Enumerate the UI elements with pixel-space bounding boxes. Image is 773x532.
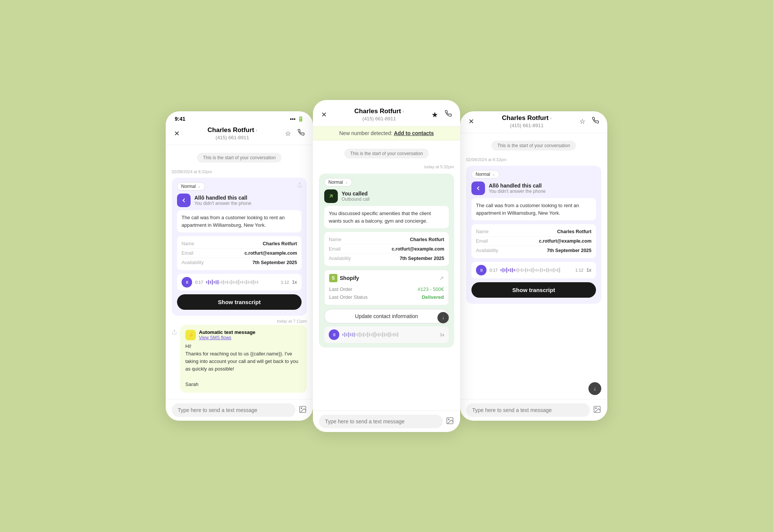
audio-current-1: 0:17 bbox=[195, 280, 203, 284]
sms-wrapper-1: today at 7:11pm ⚡ Automatic text message… bbox=[172, 319, 307, 393]
call-header-1: Allô handled this call You didn't answer… bbox=[177, 194, 302, 207]
call-button-1[interactable] bbox=[297, 128, 305, 138]
svg-rect-4 bbox=[212, 280, 213, 285]
waveform-3 bbox=[500, 266, 572, 274]
svg-rect-77 bbox=[523, 269, 524, 271]
bottom-input-2 bbox=[313, 411, 460, 432]
shopify-name: S Shopify bbox=[329, 274, 359, 282]
update-contact-button[interactable]: Update contact information bbox=[324, 309, 449, 323]
star-button-2[interactable]: ★ bbox=[431, 109, 439, 120]
call-button-2[interactable] bbox=[444, 109, 453, 120]
svg-rect-87 bbox=[542, 269, 543, 272]
info-row-avail-1: Availability 7th September 2025 bbox=[182, 258, 297, 267]
badge-chevron-2: ⌄ bbox=[345, 180, 348, 184]
svg-rect-67 bbox=[504, 269, 505, 272]
star-button-3[interactable]: ☆ bbox=[579, 117, 586, 126]
svg-rect-21 bbox=[244, 281, 245, 283]
svg-rect-61 bbox=[395, 333, 396, 336]
svg-rect-90 bbox=[548, 268, 549, 272]
sms-icon-1: ⚡ bbox=[185, 330, 196, 340]
convo-start-3: This is the start of your conversation bbox=[466, 141, 601, 151]
close-button-2[interactable]: ✕ bbox=[320, 110, 328, 120]
message-input-2[interactable] bbox=[319, 415, 443, 428]
header-center-1: Charles Rotfurt › (415) 661-8911 bbox=[180, 126, 284, 140]
svg-rect-20 bbox=[242, 281, 243, 284]
svg-rect-6 bbox=[216, 280, 217, 284]
shopify-row-order: Last Order #123 - 500€ bbox=[329, 285, 444, 293]
share-icon-1[interactable] bbox=[297, 182, 302, 189]
name-chevron-3: › bbox=[550, 116, 552, 120]
pause-button-3[interactable]: ⏸ bbox=[476, 265, 487, 275]
pause-button-1[interactable]: ⏸ bbox=[182, 277, 192, 288]
svg-rect-78 bbox=[525, 268, 526, 272]
call-header-3: Allô handled this call You didn't answer… bbox=[471, 181, 596, 195]
close-button-3[interactable]: ✕ bbox=[468, 117, 475, 126]
close-button-1[interactable]: ✕ bbox=[173, 129, 180, 138]
svg-rect-9 bbox=[221, 281, 222, 284]
scroll-down-button-3[interactable]: ↓ bbox=[588, 382, 601, 395]
svg-rect-50 bbox=[374, 332, 376, 338]
call-info-2: You called Outbound call bbox=[342, 191, 370, 202]
time-label-2: today at 5:32pm bbox=[319, 165, 454, 169]
call-summary-1: The call was from a customer looking to … bbox=[177, 210, 302, 232]
svg-rect-40 bbox=[356, 334, 357, 336]
svg-rect-5 bbox=[214, 281, 215, 283]
shopify-row-status: Last Order Status Delivered bbox=[329, 293, 444, 301]
bottom-input-3 bbox=[460, 399, 607, 421]
sms-share-icon[interactable] bbox=[172, 325, 177, 336]
contact-name-1: Charles Rotfurt › bbox=[180, 126, 284, 134]
header-1: ✕ Charles Rotfurt › (415) 661-8911 ☆ bbox=[166, 123, 313, 145]
allo-icon-1 bbox=[177, 194, 191, 207]
star-button-1[interactable]: ☆ bbox=[284, 129, 292, 138]
wifi-icon: ▪▪▪ bbox=[290, 116, 296, 122]
svg-rect-27 bbox=[255, 281, 256, 283]
image-button-3[interactable] bbox=[593, 405, 601, 415]
status-bar-1: 9:41 ▪▪▪ 🔋 bbox=[166, 111, 313, 123]
image-button-1[interactable] bbox=[299, 405, 307, 415]
call-button-3[interactable] bbox=[591, 116, 600, 126]
svg-rect-1 bbox=[206, 281, 207, 283]
svg-rect-23 bbox=[248, 281, 249, 284]
message-input-1[interactable] bbox=[172, 403, 296, 417]
name-chevron-1: › bbox=[256, 128, 257, 132]
shopify-arrow[interactable]: ↗ bbox=[439, 275, 444, 281]
contact-phone-2: (415) 661-8911 bbox=[328, 116, 431, 121]
image-button-2[interactable] bbox=[446, 417, 454, 427]
call-summary-2: You discussed specific amenities that th… bbox=[324, 206, 449, 228]
svg-rect-28 bbox=[257, 281, 258, 284]
message-input-3[interactable] bbox=[466, 403, 590, 417]
svg-rect-35 bbox=[346, 333, 347, 336]
transcript-button-3[interactable]: Show transcript bbox=[471, 282, 596, 298]
svg-rect-76 bbox=[521, 268, 522, 272]
sms-bubble-1: ⚡ Automatic text message View SMS flows … bbox=[180, 325, 307, 393]
info-table-1: Name Charles Rotfurt Email c.rotfurt@exa… bbox=[177, 236, 302, 270]
svg-rect-18 bbox=[238, 280, 239, 285]
header-actions-3: ☆ bbox=[579, 116, 600, 126]
name-chevron-2: › bbox=[403, 109, 404, 114]
svg-rect-53 bbox=[380, 334, 381, 336]
transcript-button-1[interactable]: Show transcript bbox=[177, 294, 302, 310]
screen-2: ✕ Charles Rotfurt › (415) 661-8911 ★ bbox=[313, 100, 460, 432]
svg-rect-3 bbox=[210, 281, 211, 284]
normal-badge-1[interactable]: Normal ⌄ bbox=[177, 182, 205, 191]
svg-rect-12 bbox=[227, 280, 228, 284]
convo-start-1: This is the start of your conversation bbox=[172, 153, 307, 163]
pause-button-2[interactable]: ⏸ bbox=[329, 329, 339, 340]
svg-rect-39 bbox=[354, 332, 355, 337]
audio-partial-2: ⏸ bbox=[324, 326, 449, 343]
svg-rect-68 bbox=[506, 268, 507, 273]
scroll-down-button-2[interactable]: ↓ bbox=[437, 312, 449, 323]
svg-rect-83 bbox=[534, 269, 536, 271]
info-table-2: Name Charles Rotfurt Email c.rotfurt@exa… bbox=[324, 232, 449, 266]
shopify-header: S Shopify ↗ bbox=[329, 274, 444, 282]
normal-badge-3[interactable]: Normal ⌄ bbox=[471, 170, 499, 178]
svg-rect-48 bbox=[371, 334, 372, 336]
svg-rect-14 bbox=[231, 280, 232, 284]
battery-icon: 🔋 bbox=[297, 116, 304, 122]
normal-badge-2[interactable]: Normal ⌄ bbox=[324, 178, 352, 186]
svg-rect-25 bbox=[251, 280, 253, 284]
header-actions-1: ☆ bbox=[284, 128, 305, 138]
add-contacts-link[interactable]: Add to contacts bbox=[394, 130, 434, 136]
audio-player-1: ⏸ 0:17 bbox=[177, 274, 302, 291]
svg-rect-57 bbox=[388, 332, 389, 337]
